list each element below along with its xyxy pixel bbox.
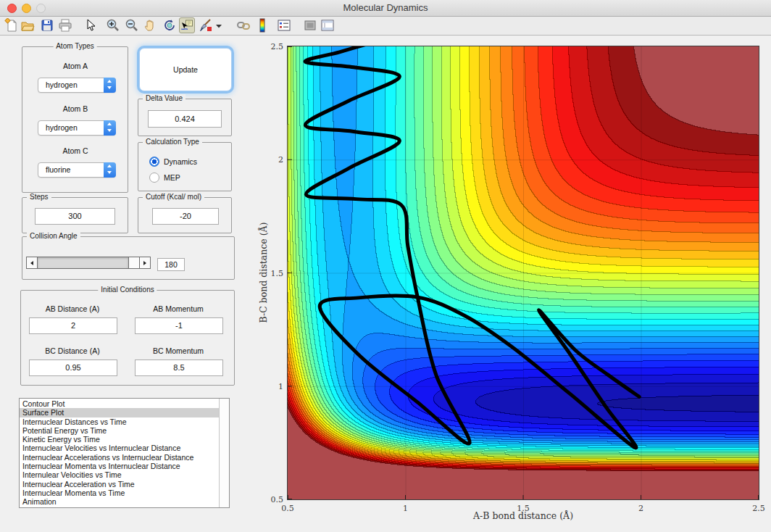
x-tick-label: 2.5: [752, 504, 765, 513]
insert-colorbar-icon[interactable]: [255, 18, 270, 33]
zoom-out-icon[interactable]: [125, 18, 139, 33]
y-tick-label: 0.5: [271, 495, 284, 504]
list-item[interactable]: Internuclear Acceleration vs Time: [20, 480, 219, 489]
calculation-type-group: Calculation Type: [138, 142, 232, 191]
list-item[interactable]: Potential Energy vs Time: [20, 426, 219, 435]
atom-b-label: Atom B: [63, 104, 88, 113]
list-item[interactable]: Internuclear Momenta vs Internuclear Dis…: [20, 462, 219, 470]
mep-radio-label: MEP: [164, 173, 180, 182]
list-item-selected[interactable]: Surface Plot: [20, 408, 229, 417]
dynamics-radio[interactable]: [149, 157, 159, 167]
popup-stepper-icon: [104, 120, 116, 136]
cutoff-field[interactable]: -20: [152, 208, 219, 225]
atom-c-value: fluorine: [46, 163, 70, 177]
list-item[interactable]: Animation: [20, 497, 219, 506]
atom-types-title: Atom Types: [53, 42, 97, 50]
update-button[interactable]: Update: [139, 48, 232, 91]
plot-type-listbox[interactable]: Contour Plot Surface Plot Internuclear D…: [19, 398, 230, 508]
link-plot-icon[interactable]: [236, 18, 251, 33]
atom-c-popup[interactable]: fluorine: [38, 162, 116, 178]
list-item[interactable]: Internuclear Momenta vs Time: [20, 489, 219, 497]
slider-left-arrow-icon[interactable]: [27, 257, 38, 268]
steps-field[interactable]: 300: [35, 208, 115, 225]
x-tick-label: 1: [403, 504, 408, 513]
pan-hand-icon[interactable]: [143, 18, 157, 33]
toolbar: [0, 17, 771, 36]
ab-momentum-label: AB Momentum: [153, 304, 203, 313]
open-file-icon[interactable]: [20, 18, 35, 33]
y-axis-label: B-C bond distance (Å): [258, 223, 269, 323]
atom-c-label: Atom C: [62, 146, 88, 155]
list-item[interactable]: Internuclear Velocities vs Internuclear …: [20, 444, 219, 452]
list-item[interactable]: Internuclear Distances vs Time: [20, 417, 219, 426]
ab-momentum-field[interactable]: -1: [135, 317, 223, 334]
list-item[interactable]: Internuclear Accelerations vs Internucle…: [20, 453, 219, 462]
mep-radio[interactable]: [149, 173, 159, 183]
atom-b-value: hydrogen: [46, 121, 78, 135]
rotate-3d-icon[interactable]: [162, 18, 177, 33]
ab-distance-label: AB Distance (A): [46, 304, 100, 313]
collision-angle-slider[interactable]: [26, 257, 151, 269]
brush-dropdown-icon[interactable]: [215, 18, 222, 33]
list-item[interactable]: Kinetic Energy vs Time: [20, 435, 219, 444]
popup-stepper-icon: [104, 78, 116, 93]
bc-distance-field[interactable]: 0.95: [29, 359, 117, 376]
new-figure-icon[interactable]: [4, 18, 19, 33]
x-tick-label: 2: [638, 504, 643, 513]
steps-title: Steps: [27, 193, 51, 201]
y-tick-label: 1.5: [271, 268, 284, 278]
pes-plot-axes: 0.511.522.50.511.522.5: [288, 46, 759, 499]
edit-plot-cursor-icon[interactable]: [83, 18, 98, 33]
hide-plot-tools-icon[interactable]: [303, 18, 317, 33]
atom-a-value: hydrogen: [46, 78, 78, 92]
collision-angle-field[interactable]: 180: [157, 258, 185, 271]
calculation-type-title: Calculation Type: [143, 138, 202, 146]
dynamics-radio-label: Dynamics: [164, 157, 197, 166]
listbox-scrollbar[interactable]: [219, 399, 229, 507]
y-tick-label: 2: [278, 155, 283, 165]
x-tick-label: 0.5: [281, 504, 294, 513]
window-title: Molecular Dynamics: [0, 0, 771, 16]
atom-a-label: Atom A: [63, 62, 88, 70]
print-figure-icon[interactable]: [58, 18, 72, 33]
bc-momentum-field[interactable]: 8.5: [135, 359, 223, 376]
collision-angle-title: Collision Angle: [27, 232, 80, 240]
list-item[interactable]: Internulear Velocities vs Time: [20, 470, 219, 479]
slider-thumb[interactable]: [128, 257, 139, 268]
bc-momentum-label: BC Momentum: [153, 346, 204, 355]
atom-b-popup[interactable]: hydrogen: [38, 120, 116, 136]
slider-track[interactable]: [38, 257, 128, 268]
cutoff-title: Cutoff (Kcal/ mol): [143, 193, 204, 201]
zoom-in-icon[interactable]: [106, 18, 120, 33]
save-figure-icon[interactable]: [40, 18, 54, 33]
list-item[interactable]: Contour Plot: [20, 399, 219, 408]
brush-data-icon[interactable]: [199, 18, 213, 33]
data-cursor-icon[interactable]: [179, 17, 195, 33]
slider-right-arrow-icon[interactable]: [139, 257, 150, 268]
y-tick-label: 1: [278, 381, 283, 391]
bc-distance-label: BC Distance (A): [45, 346, 99, 355]
delta-value-title: Delta Value: [143, 94, 186, 102]
show-plot-tools-icon[interactable]: [320, 18, 335, 33]
atom-a-popup[interactable]: hydrogen: [38, 78, 116, 93]
popup-stepper-icon: [104, 162, 116, 178]
initial-conditions-title: Initial Conditions: [98, 286, 157, 294]
insert-legend-icon[interactable]: [277, 18, 291, 33]
delta-value-field[interactable]: 0.424: [148, 110, 222, 128]
x-axis-label: A-B bond distance (Å): [473, 510, 573, 521]
titlebar: Molecular Dynamics: [0, 0, 771, 17]
pes-contour-canvas[interactable]: [288, 46, 759, 499]
y-tick-label: 2.5: [271, 42, 284, 51]
ab-distance-field[interactable]: 2: [29, 317, 117, 334]
